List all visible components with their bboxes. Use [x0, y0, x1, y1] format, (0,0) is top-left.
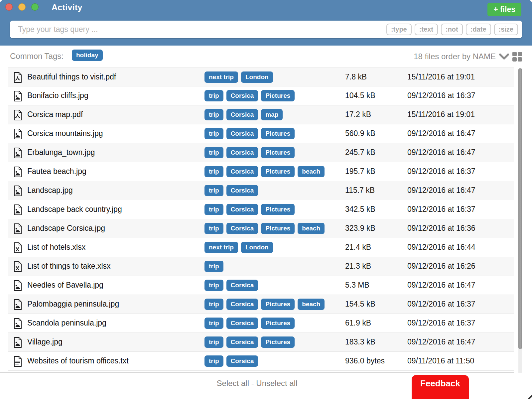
file-tag[interactable]: beach	[298, 223, 325, 234]
file-tags: tripCorsicaPictures	[204, 90, 295, 101]
file-tag[interactable]: trip	[204, 185, 223, 196]
file-tag[interactable]: Corsica	[226, 318, 258, 329]
file-tag[interactable]: London	[241, 71, 273, 83]
file-tag[interactable]: trip	[204, 299, 223, 310]
query-filter-date[interactable]: :date	[466, 24, 491, 35]
file-tags: next tripLondon	[204, 242, 273, 253]
file-row[interactable]: Corsica mountains.jpg tripCorsicaPicture…	[8, 124, 514, 143]
file-row[interactable]: Palombaggia peninsula.jpg tripCorsicaPic…	[8, 295, 514, 314]
file-tag[interactable]: Pictures	[261, 166, 295, 177]
file-tag[interactable]: trip	[204, 280, 223, 291]
query-filter-text[interactable]: :text	[415, 24, 438, 35]
file-name: Scandola peninsula.jpg	[27, 319, 106, 328]
file-tag[interactable]: Corsica	[226, 204, 258, 215]
query-filter-not[interactable]: :not	[441, 24, 463, 35]
file-date: 09/12/2016 at 16:47	[407, 148, 475, 157]
file-row[interactable]: Landscape Corsica.jpg tripCorsicaPicture…	[8, 219, 514, 238]
file-row[interactable]: Bonifacio cliffs.jpg tripCorsicaPictures…	[8, 86, 514, 105]
select-all-link[interactable]: Select all	[217, 379, 249, 388]
file-tag[interactable]: Corsica	[226, 90, 258, 101]
add-files-button[interactable]: + files	[487, 3, 521, 16]
file-tag[interactable]: beach	[298, 299, 325, 310]
file-name: Palombaggia peninsula.jpg	[27, 300, 119, 309]
query-filter-type[interactable]: :type	[386, 24, 412, 35]
common-tag[interactable]: holiday	[72, 50, 103, 61]
file-tags: tripCorsica	[204, 185, 258, 196]
file-tag[interactable]: Corsica	[226, 355, 258, 367]
scrollbar-thumb[interactable]	[518, 68, 522, 349]
file-date: 09/12/2016 at 16:37	[407, 167, 475, 176]
minimize-button[interactable]	[18, 3, 26, 11]
file-tag[interactable]: trip	[204, 336, 223, 348]
file-tag[interactable]: next trip	[204, 71, 238, 83]
file-tag[interactable]: trip	[204, 147, 223, 158]
file-tag[interactable]: Pictures	[261, 147, 295, 158]
titlebar: Activity + files :type:text:not:date:siz…	[0, 0, 532, 46]
file-tag[interactable]: Pictures	[261, 318, 295, 329]
file-tag[interactable]: Corsica	[226, 128, 258, 139]
file-row[interactable]: Websites of tourism offices.txt tripCors…	[8, 352, 514, 371]
file-row[interactable]: List of hotels.xlsx next tripLondon 21.4…	[8, 238, 514, 257]
order-by-label[interactable]: 18 files order by NAME	[414, 52, 496, 61]
file-row[interactable]: Scandola peninsula.jpg tripCorsicaPictur…	[8, 314, 514, 333]
close-button[interactable]	[5, 3, 13, 11]
common-tags-label: Common Tags:	[10, 52, 64, 61]
file-tag[interactable]: trip	[204, 261, 223, 272]
file-row[interactable]: List of things to take.xlsx trip 21.3 kB…	[8, 257, 514, 276]
order-cluster: 18 files order by NAME	[414, 46, 522, 67]
file-row[interactable]: Beautiful things to visit.pdf next tripL…	[8, 67, 514, 86]
file-row[interactable]: Needles of Bavella.jpg tripCorsica 5.3 M…	[8, 276, 514, 295]
file-tags: tripCorsicaPicturesbeach	[204, 223, 325, 234]
file-size: 245.7 kB	[345, 148, 375, 157]
zoom-button[interactable]	[31, 3, 39, 11]
file-tag[interactable]: Pictures	[261, 90, 295, 101]
scrollbar-track[interactable]	[518, 68, 522, 381]
file-size: 7.8 kB	[345, 72, 367, 81]
file-tag[interactable]: Corsica	[226, 109, 258, 120]
unselect-all-link[interactable]: Unselect all	[256, 379, 297, 388]
file-tag[interactable]: next trip	[204, 242, 238, 253]
file-tag[interactable]: Pictures	[261, 336, 295, 348]
file-tag[interactable]: Corsica	[226, 147, 258, 158]
file-size: 21.4 kB	[345, 243, 371, 252]
file-row[interactable]: Corsica map.pdf tripCorsicamap 17.2 kB 1…	[8, 105, 514, 124]
file-size: 21.3 kB	[345, 262, 371, 271]
file-row[interactable]: Fautea beach.jpg tripCorsicaPicturesbeac…	[8, 162, 514, 181]
footer: Select all - Unselect all Feedback	[0, 373, 532, 399]
file-name: Websites of tourism offices.txt	[27, 356, 129, 365]
file-tag[interactable]: trip	[204, 318, 223, 329]
file-tag[interactable]: beach	[298, 166, 325, 177]
file-tag[interactable]: trip	[204, 90, 223, 101]
file-row[interactable]: Landscape back country.jpg tripCorsicaPi…	[8, 200, 514, 219]
file-tag[interactable]: Corsica	[226, 299, 258, 310]
file-tag[interactable]: Pictures	[261, 299, 295, 310]
file-tag[interactable]: Corsica	[226, 223, 258, 234]
file-row[interactable]: Erbalunga_town.jpg tripCorsicaPictures 2…	[8, 143, 514, 162]
resize-handle[interactable]	[527, 394, 532, 399]
file-tag[interactable]: map	[261, 109, 283, 120]
query-filter-size[interactable]: :size	[494, 24, 518, 35]
feedback-button[interactable]: Feedback	[412, 375, 469, 399]
pdf-file-icon	[13, 72, 22, 83]
file-tag[interactable]: Pictures	[261, 128, 295, 139]
file-tag[interactable]: Pictures	[261, 223, 295, 234]
file-tag[interactable]: London	[241, 242, 273, 253]
file-tag[interactable]: Corsica	[226, 336, 258, 348]
image-file-icon	[13, 280, 22, 291]
file-tag[interactable]: trip	[204, 166, 223, 177]
file-row[interactable]: Village.jpg tripCorsicaPictures 183.3 kB…	[8, 333, 514, 352]
grid-view-icon[interactable]	[512, 52, 522, 62]
file-row[interactable]: Landscap.jpg tripCorsica 115.7 kB 09/12/…	[8, 181, 514, 200]
chevron-down-icon[interactable]	[499, 53, 509, 60]
image-file-icon	[13, 129, 22, 139]
file-tag[interactable]: Corsica	[226, 280, 258, 291]
file-tag[interactable]: trip	[204, 109, 223, 120]
file-tag[interactable]: Corsica	[226, 166, 258, 177]
file-tag[interactable]: trip	[204, 355, 223, 367]
file-tag[interactable]: trip	[204, 223, 223, 234]
file-tag[interactable]: Pictures	[261, 204, 295, 215]
image-file-icon	[13, 186, 22, 196]
file-tag[interactable]: Corsica	[226, 185, 258, 196]
file-tag[interactable]: trip	[204, 204, 223, 215]
file-tag[interactable]: trip	[204, 128, 223, 139]
